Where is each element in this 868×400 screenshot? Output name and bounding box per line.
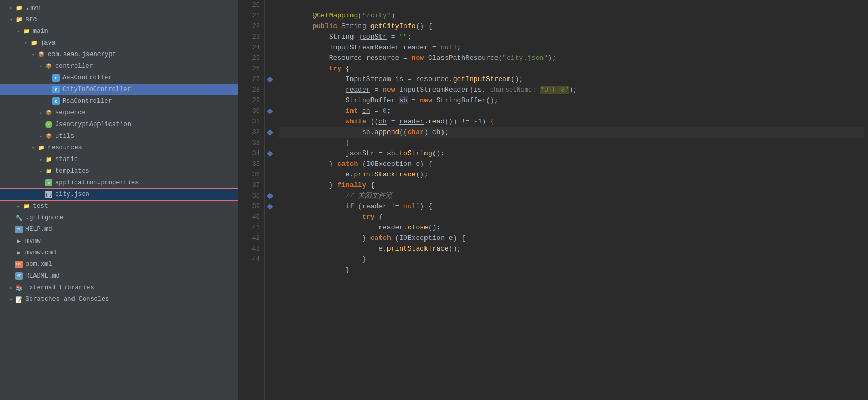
sidebar-item-gitignore[interactable]: 🔧 .gitignore <box>0 212 238 224</box>
scratches-icon: 📝 <box>15 295 23 304</box>
code-line-44: } <box>279 254 864 265</box>
sidebar-item-utils[interactable]: 📦 utils <box>0 130 238 142</box>
sidebar-item-city-info-controller[interactable]: C CityInfoController <box>0 84 238 95</box>
line-num: 22 <box>242 21 260 32</box>
line-num: 31 <box>242 117 260 127</box>
sidebar-item-label: External Libraries <box>25 284 236 291</box>
sidebar-item-templates[interactable]: 📁 templates <box>0 165 238 177</box>
line-num: 38 <box>242 191 260 201</box>
md-icon: MD <box>15 272 23 280</box>
sidebar-item-label: mvnw <box>25 237 236 245</box>
package-icon: 📦 <box>44 132 53 140</box>
mvnw-icon: ▶ <box>15 237 23 245</box>
folder-icon: 📁 <box>44 167 53 175</box>
code-editor: 20 21 22 23 24 25 26 27 28 29 30 31 32 3… <box>238 0 868 400</box>
gitignore-icon: 🔧 <box>15 214 23 222</box>
sidebar-item-label: sequence <box>55 109 236 117</box>
bp-25 <box>265 53 275 64</box>
spring-icon: 🌱 <box>44 120 53 129</box>
line-num: 36 <box>242 170 260 180</box>
code-line-33: jsonStr = sb.toString(); <box>279 138 864 148</box>
sidebar-item-rsa-controller[interactable]: C RsaController <box>0 95 238 107</box>
bp-21 <box>265 11 275 21</box>
bp-36 <box>265 170 275 180</box>
json-icon: { } <box>44 190 53 199</box>
line-num: 29 <box>242 95 260 106</box>
package-icon: 📦 <box>37 50 46 59</box>
sidebar-item-readme-md[interactable]: MD README.md <box>0 270 238 282</box>
line-num: 34 <box>242 148 260 159</box>
sidebar-item-help-md[interactable]: MD HELP.md <box>0 224 238 235</box>
code-line-20: @GetMapping("/city") <box>279 0 864 11</box>
arrow-icon <box>37 167 44 175</box>
sidebar-item-city-json[interactable]: { } city.json <box>0 189 238 200</box>
sidebar-item-mvn[interactable]: 📁 .mvn <box>0 2 238 14</box>
sidebar-item-app-properties[interactable]: ⚙ application.properties <box>0 177 238 189</box>
sidebar-item-label: templates <box>55 167 236 175</box>
bp-42 <box>265 233 275 244</box>
sidebar-item-mvnw-cmd[interactable]: ▶ mvnw.cmd <box>0 247 238 259</box>
breakpoint-gutter <box>265 0 275 400</box>
folder-icon: 📁 <box>15 15 23 24</box>
sidebar-item-label: .gitignore <box>25 214 236 221</box>
folder-icon: 📁 <box>37 144 46 152</box>
arrow-icon <box>30 144 37 152</box>
line-num: 23 <box>242 32 260 42</box>
arrow-icon <box>7 284 15 291</box>
sidebar-item-label: HELP.md <box>25 226 236 233</box>
sidebar-item-label: CityInfoController <box>62 86 236 93</box>
line-num: 20 <box>242 0 260 11</box>
arrow-icon <box>37 156 44 163</box>
bp-31 <box>265 117 275 127</box>
xml-icon: XML <box>15 260 23 269</box>
folder-icon: 📁 <box>22 27 31 35</box>
line-num: 21 <box>242 11 260 21</box>
sidebar-item-main[interactable]: 📁 main <box>0 25 238 37</box>
sidebar-item-package-root[interactable]: 📦 com.sean.jsencrypt <box>0 49 238 60</box>
folder-icon: 📁 <box>30 39 38 47</box>
sidebar-item-sequence[interactable]: 📦 sequence <box>0 107 238 119</box>
sidebar-item-aes-controller[interactable]: C AesController <box>0 72 238 84</box>
line-num: 44 <box>242 254 260 265</box>
sidebar-item-jsencrypt-app[interactable]: 🌱 JsencryptApplication <box>0 119 238 130</box>
line-num: 42 <box>242 233 260 244</box>
bp-35 <box>265 159 275 170</box>
sidebar-item-label: com.sean.jsencrypt <box>48 51 236 58</box>
arrow-icon <box>37 109 44 117</box>
sidebar-item-src[interactable]: 📁 src <box>0 14 238 25</box>
arrow-icon <box>15 202 22 210</box>
bp-37 <box>265 180 275 191</box>
sidebar-item-test[interactable]: 📁 test <box>0 200 238 212</box>
sidebar-item-controller[interactable]: 📦 controller <box>0 60 238 72</box>
line-num: 25 <box>242 53 260 64</box>
ext-lib-icon: 📚 <box>15 283 23 292</box>
sidebar-item-label: controller <box>55 63 236 70</box>
sidebar-item-pom-xml[interactable]: XML pom.xml <box>0 259 238 270</box>
sidebar-item-mvnw[interactable]: ▶ mvnw <box>0 235 238 247</box>
file-tree[interactable]: 📁 .mvn 📁 src 📁 main 📁 java 📦 com.sean.js… <box>0 0 238 400</box>
sidebar-item-external-libraries[interactable]: 📚 External Libraries <box>0 282 238 294</box>
bp-38 <box>265 191 275 201</box>
sidebar-item-label: README.md <box>25 272 236 280</box>
arrow-icon <box>30 51 37 58</box>
code-line-26: InputStream is = resource.getInputStream… <box>279 64 864 74</box>
package-icon: 📦 <box>44 109 53 117</box>
mvnw-cmd-icon: ▶ <box>15 248 23 257</box>
line-num: 28 <box>242 85 260 95</box>
sidebar-item-resources[interactable]: 📁 resources <box>0 142 238 154</box>
sidebar-item-java[interactable]: 📁 java <box>0 37 238 49</box>
arrow-icon <box>37 63 44 70</box>
bp-23 <box>265 32 275 42</box>
sidebar-item-label: Scratches and Consoles <box>25 296 236 303</box>
bp-26 <box>265 64 275 74</box>
bp-27 <box>265 74 275 85</box>
code-content[interactable]: @GetMapping("/city") public String getCi… <box>275 0 868 400</box>
sidebar-item-label: RsaController <box>62 97 236 105</box>
sidebar-item-static[interactable]: 📁 static <box>0 154 238 165</box>
sidebar-item-label: AesController <box>62 74 236 82</box>
bp-44 <box>265 254 275 265</box>
sidebar-item-scratches[interactable]: 📝 Scratches and Consoles <box>0 294 238 305</box>
bp-41 <box>265 223 275 233</box>
bp-33 <box>265 138 275 148</box>
arrow-icon <box>7 4 15 12</box>
